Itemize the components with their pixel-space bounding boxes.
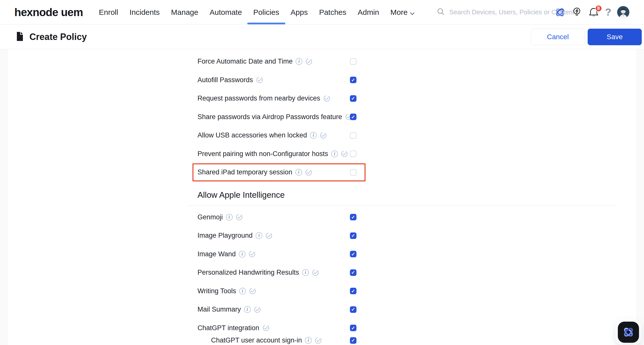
nav-item-manage[interactable]: Manage [171, 0, 198, 24]
conflict-check-icon[interactable] [236, 214, 243, 221]
conflict-check-icon[interactable] [265, 232, 272, 239]
settings-rows-apple-intelligence: Genmoji i Image Playground i [7, 206, 637, 345]
setting-label: Genmoji [197, 213, 223, 221]
conflict-check-icon[interactable] [315, 337, 322, 344]
setting-label: Request passwords from nearby devices [197, 94, 320, 102]
conflict-check-icon[interactable] [262, 324, 269, 331]
setting-checkbox[interactable] [350, 232, 356, 239]
info-icon[interactable]: i [331, 151, 338, 157]
user-avatar[interactable] [617, 6, 629, 18]
info-icon[interactable]: i [239, 288, 246, 294]
nav-item-policies[interactable]: Policies [253, 0, 279, 24]
hexnode-gears-icon[interactable] [554, 7, 566, 18]
setting-label: ChatGPT integration [197, 324, 259, 332]
nav-item-incidents[interactable]: Incidents [130, 0, 160, 24]
setting-checkbox[interactable] [350, 288, 356, 294]
page-title: Create Policy [29, 32, 87, 42]
setting-checkbox[interactable] [350, 169, 356, 176]
setting-checkbox[interactable] [350, 269, 356, 276]
nav-item-patches[interactable]: Patches [319, 0, 346, 24]
info-icon[interactable]: i [302, 269, 309, 276]
setting-label: Writing Tools [197, 287, 236, 295]
section-title: Allow Apple Intelligence [197, 190, 285, 200]
cancel-button[interactable]: Cancel [531, 29, 585, 45]
chevron-down-icon [410, 9, 415, 17]
setting-checkbox[interactable] [350, 214, 356, 220]
nav-item-label: Incidents [130, 8, 160, 17]
conflict-check-icon[interactable] [249, 251, 256, 258]
nav-item-label: Apps [291, 8, 308, 17]
setting-label: Allow USB accessories when locked [197, 131, 307, 139]
policy-setting-row: Force Automatic Date and Time i [7, 52, 637, 71]
info-icon[interactable]: i [295, 169, 302, 176]
info-icon[interactable]: i [226, 214, 233, 221]
setting-label: ChatGPT user account sign-in [211, 336, 302, 344]
policy-setting-row: Autofill Passwords i [7, 71, 637, 89]
help-icon[interactable]: ? [605, 7, 611, 18]
section-header: Allow Apple Intelligence [187, 182, 617, 206]
info-icon[interactable]: i [305, 337, 312, 344]
conflict-check-icon[interactable] [254, 306, 261, 313]
policy-setting-row: Prevent pairing with non-Configurator ho… [7, 145, 637, 163]
nav-item-admin[interactable]: Admin [358, 0, 379, 24]
policy-setting-row: Personalized Handwriting Results i [7, 263, 637, 282]
policy-setting-row: Image Wand i [7, 245, 637, 264]
setting-label: Image Wand [197, 250, 236, 258]
setting-checkbox[interactable] [350, 114, 356, 120]
conflict-check-icon[interactable] [320, 132, 327, 139]
conflict-check-icon[interactable] [305, 169, 312, 176]
setting-checkbox[interactable] [350, 325, 356, 331]
nav-item-more[interactable]: More [390, 0, 415, 24]
conflict-check-icon[interactable] [305, 58, 312, 65]
setting-checkbox[interactable] [350, 337, 356, 344]
conflict-check-icon[interactable] [256, 76, 263, 83]
info-icon[interactable]: i [244, 306, 251, 313]
policy-setting-row: Writing Tools i [7, 282, 637, 301]
nav-item-label: Automate [210, 8, 242, 17]
policy-setting-row: Shared iPad temporary session i [7, 163, 637, 182]
nav-item-apps[interactable]: Apps [291, 0, 308, 24]
nav-item-automate[interactable]: Automate [210, 0, 242, 24]
setting-checkbox[interactable] [350, 251, 356, 257]
setting-checkbox[interactable] [350, 95, 356, 102]
info-icon[interactable]: i [239, 251, 246, 258]
setting-label: Share passwords via Airdrop Passwords fe… [197, 113, 342, 121]
policy-setting-row: Mail Summary i [7, 300, 637, 319]
notifications-bell-icon[interactable]: 8 [588, 7, 599, 18]
global-search[interactable]: Search Devices, Users, Policies or Conte… [437, 0, 574, 24]
info-icon[interactable]: i [296, 58, 302, 65]
setting-checkbox[interactable] [350, 306, 356, 313]
conflict-check-icon[interactable] [312, 269, 319, 276]
settings-rows-top: Force Automatic Date and Time i Autofill… [7, 49, 637, 182]
save-button[interactable]: Save [588, 29, 642, 45]
conflict-check-icon[interactable] [249, 287, 256, 294]
policy-setting-row: Share passwords via Airdrop Passwords fe… [7, 108, 637, 126]
main-menu: Enroll Incidents Manage Automate Policie… [99, 0, 415, 24]
conflict-check-icon[interactable] [323, 95, 330, 102]
notification-count-badge: 8 [595, 5, 602, 12]
policy-setting-row: Allow USB accessories when locked i [7, 126, 637, 145]
hexnode-chat-widget[interactable] [618, 322, 639, 343]
setting-checkbox[interactable] [350, 132, 356, 139]
info-icon[interactable]: i [310, 132, 317, 139]
conflict-check-icon[interactable] [341, 150, 348, 157]
setting-label: Personalized Handwriting Results [197, 269, 299, 276]
setting-label: Image Playground [197, 232, 253, 239]
setting-checkbox[interactable] [350, 58, 356, 65]
policy-setting-row: Image Playground i [7, 226, 637, 245]
page-header: Create Policy Cancel Save [0, 25, 644, 49]
nav-item-label: Admin [358, 8, 379, 17]
setting-label: Mail Summary [197, 306, 241, 313]
nav-item-label: Patches [319, 8, 346, 17]
whats-new-lightbulb-icon[interactable] [572, 7, 582, 18]
top-nav: hexnode uem Enroll Incidents Manage Auto… [0, 0, 644, 24]
setting-checkbox[interactable] [350, 77, 356, 83]
nav-item-enroll[interactable]: Enroll [99, 0, 118, 24]
info-icon[interactable]: i [256, 232, 262, 239]
search-icon [437, 8, 445, 17]
nav-icon-group: 8 ? [554, 0, 629, 24]
policy-document-icon [16, 31, 24, 42]
setting-checkbox[interactable] [350, 151, 356, 157]
setting-label: Prevent pairing with non-Configurator ho… [197, 150, 328, 158]
hexnode-logo-wordmark[interactable]: hexnode uem [14, 0, 83, 24]
